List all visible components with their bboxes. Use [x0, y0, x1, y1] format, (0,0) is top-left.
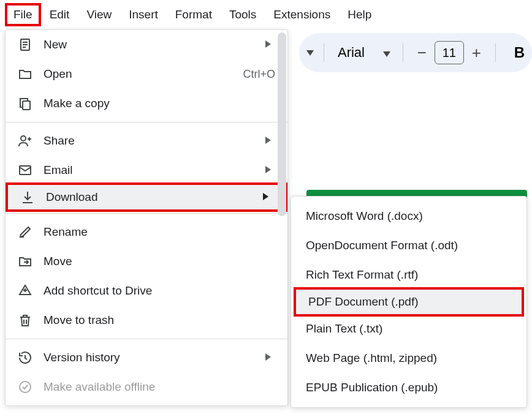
download-submenu: Microsoft Word (.docx) OpenDocument Form…: [291, 196, 527, 408]
drive-shortcut-icon: [18, 284, 32, 298]
menu-label: Download: [46, 190, 258, 204]
shortcut-label: Ctrl+O: [243, 68, 275, 81]
separator: [6, 122, 287, 122]
menu-help[interactable]: Help: [339, 3, 380, 26]
menu-file[interactable]: File: [5, 3, 41, 26]
menu-version-history[interactable]: Version history: [6, 343, 287, 372]
menu-rename[interactable]: Rename: [6, 217, 287, 247]
separator: [6, 213, 287, 214]
separator: [6, 339, 287, 339]
submenu-arrow-icon: [260, 39, 275, 50]
menubar: File Edit View Insert Format Tools Exten…: [0, 0, 532, 29]
menu-label: Share: [44, 134, 260, 148]
document-icon: [18, 37, 32, 52]
menu-open[interactable]: Open Ctrl+O: [6, 59, 287, 89]
menu-download[interactable]: Download: [6, 182, 287, 212]
copy-icon: [18, 96, 32, 111]
menu-label: Version history: [44, 351, 260, 364]
download-txt[interactable]: Plain Text (.txt): [291, 314, 526, 344]
font-selector[interactable]: Arial: [334, 42, 393, 63]
offline-icon: [18, 380, 32, 394]
menu-label: Add shortcut to Drive: [44, 284, 275, 298]
download-pdf[interactable]: PDF Document (.pdf): [294, 287, 524, 317]
font-size-input[interactable]: 11: [435, 41, 464, 64]
download-icon: [20, 190, 35, 205]
menu-tools[interactable]: Tools: [221, 3, 265, 26]
menu-email[interactable]: Email: [6, 156, 287, 185]
font-decrease-button[interactable]: −: [413, 43, 431, 62]
file-dropdown: New Open Ctrl+O Make a copy Share Email …: [5, 29, 288, 406]
toolbar: Arial − 11 + B: [299, 33, 532, 72]
menu-label: Email: [44, 163, 260, 177]
folder-move-icon: [18, 254, 32, 269]
download-docx[interactable]: Microsoft Word (.docx): [291, 201, 526, 231]
menu-new[interactable]: New: [6, 30, 287, 59]
menu-label: Make available offline: [44, 380, 275, 394]
menu-share[interactable]: Share: [6, 126, 287, 156]
submenu-arrow-icon: [260, 135, 275, 146]
menu-make-copy[interactable]: Make a copy: [6, 89, 287, 118]
scrollbar[interactable]: [278, 32, 286, 301]
menu-label: Open: [44, 67, 243, 81]
download-html[interactable]: Web Page (.html, zipped): [291, 344, 526, 373]
bold-button[interactable]: B: [514, 44, 525, 61]
menu-label: Move to trash: [44, 314, 275, 327]
history-icon: [18, 350, 32, 365]
menu-view[interactable]: View: [78, 3, 120, 26]
menu-label: Make a copy: [44, 97, 275, 110]
mail-icon: [18, 163, 32, 178]
font-name: Arial: [338, 45, 365, 61]
menu-add-shortcut[interactable]: Add shortcut to Drive: [6, 276, 287, 306]
menu-label: Rename: [44, 225, 275, 239]
download-odt[interactable]: OpenDocument Format (.odt): [291, 231, 526, 260]
menu-edit[interactable]: Edit: [41, 3, 78, 26]
menu-make-offline[interactable]: Make available offline: [6, 372, 287, 402]
svg-point-14: [20, 381, 31, 393]
submenu-arrow-icon: [258, 192, 273, 203]
menu-format[interactable]: Format: [167, 3, 221, 26]
submenu-arrow-icon: [260, 352, 275, 363]
folder-icon: [18, 67, 32, 81]
menu-label: Move: [44, 255, 275, 268]
trash-icon: [18, 313, 32, 328]
svg-point-5: [21, 136, 26, 141]
download-rtf[interactable]: Rich Text Format (.rtf): [291, 260, 526, 290]
pencil-icon: [18, 225, 32, 239]
font-increase-button[interactable]: +: [468, 43, 485, 62]
menu-insert[interactable]: Insert: [120, 3, 167, 26]
person-add-icon: [18, 133, 32, 148]
menu-extensions[interactable]: Extensions: [265, 3, 339, 26]
download-epub[interactable]: EPUB Publication (.epub): [291, 373, 526, 402]
menu-move-trash[interactable]: Move to trash: [6, 306, 287, 335]
menu-move[interactable]: Move: [6, 247, 287, 276]
menu-label: New: [44, 38, 260, 51]
svg-rect-4: [23, 101, 30, 110]
toolbar-more-icon[interactable]: [306, 47, 314, 58]
chevron-down-icon: [383, 45, 390, 61]
submenu-arrow-icon: [260, 165, 275, 176]
